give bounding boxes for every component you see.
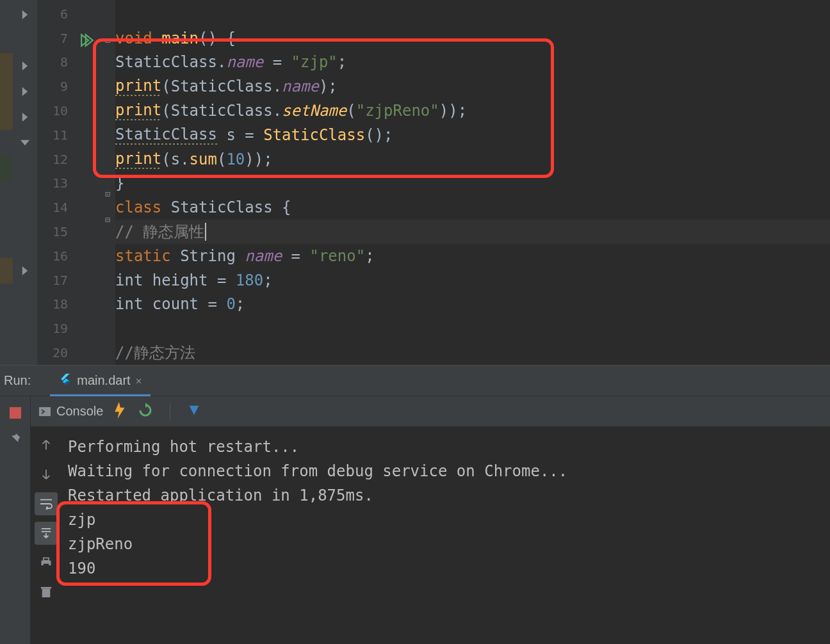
- trash-icon[interactable]: [35, 581, 58, 604]
- run-toolbar: [0, 396, 31, 644]
- comment: // 静态属性: [115, 221, 204, 242]
- run-panel: Run: main.dart ✕ Console: [0, 365, 830, 644]
- run-label: Run:: [0, 373, 37, 388]
- pin-button[interactable]: [5, 428, 26, 449]
- line-number[interactable]: 6: [37, 2, 74, 26]
- class-ref: StaticClass.: [115, 53, 226, 71]
- console-output[interactable]: Performing hot restart... Waiting for co…: [61, 427, 830, 644]
- call: print: [115, 150, 161, 169]
- scroll-to-end-icon[interactable]: [35, 522, 58, 545]
- line-number[interactable]: 9: [37, 74, 74, 99]
- hot-reload-icon[interactable]: [115, 402, 126, 421]
- close-icon[interactable]: ✕: [136, 374, 142, 387]
- line-number[interactable]: 12: [37, 147, 74, 172]
- svg-rect-6: [41, 587, 51, 589]
- soft-wrap-icon[interactable]: [35, 492, 58, 515]
- line-number[interactable]: 15: [37, 220, 74, 244]
- console-line: Restarted application in 1,875ms.: [68, 487, 373, 504]
- console-line: Waiting for connection from debug servic…: [68, 462, 567, 480]
- editor-area: 6 7 8 9 10 11 12 13 14 15 16 17 18 19 20…: [0, 0, 830, 365]
- string-literal: "zjp": [291, 53, 338, 71]
- fold-chevron-right-icon[interactable]: [13, 79, 37, 104]
- outer-fold-strip: [13, 0, 37, 365]
- arrow-down-icon[interactable]: [35, 463, 58, 486]
- stop-button[interactable]: [5, 403, 26, 423]
- console-tab[interactable]: Console: [38, 404, 103, 419]
- arrow-up-icon[interactable]: [35, 433, 58, 456]
- marker-stripe: [0, 0, 13, 365]
- console-header: Console: [31, 396, 830, 427]
- run-entrypoint-icon[interactable]: [74, 28, 100, 53]
- fold-chevron-right-icon[interactable]: [13, 104, 37, 130]
- text-caret: [205, 223, 206, 241]
- code-editor[interactable]: void main() { StaticClass.name = "zjp"; …: [115, 0, 830, 365]
- fold-end-icon[interactable]: ⊡: [100, 181, 115, 207]
- fold-minus-icon[interactable]: ⊟: [100, 207, 115, 232]
- svg-rect-4: [44, 564, 49, 567]
- print-icon[interactable]: [35, 551, 58, 574]
- fold-minus-icon[interactable]: ⊟: [100, 28, 115, 53]
- line-number[interactable]: 10: [37, 99, 74, 123]
- line-number[interactable]: 18: [37, 293, 74, 317]
- run-header: Run: main.dart ✕: [0, 366, 830, 396]
- line-number[interactable]: 13: [37, 172, 74, 196]
- line-number-gutter[interactable]: 6 7 8 9 10 11 12 13 14 15 16 17 18 19 20: [37, 0, 74, 365]
- run-gutter: [74, 0, 100, 365]
- console-line: 190: [68, 559, 95, 577]
- call: print: [115, 101, 161, 120]
- svg-rect-5: [42, 589, 51, 598]
- flutter-icon: [59, 372, 72, 389]
- line-number[interactable]: 11: [37, 123, 74, 147]
- console-line: zjpReno: [68, 535, 133, 553]
- fold-chevron-right-icon[interactable]: [13, 53, 37, 79]
- console-tab-label: Console: [56, 404, 103, 419]
- devtools-icon[interactable]: [187, 403, 201, 420]
- fold-chevron-right-icon[interactable]: [13, 258, 37, 284]
- line-number[interactable]: 19: [37, 316, 74, 341]
- line-number[interactable]: 17: [37, 268, 74, 293]
- function-name: main: [161, 29, 199, 47]
- console-line: Performing hot restart...: [68, 438, 299, 456]
- comment: //静态方法: [115, 342, 195, 363]
- line-number[interactable]: 16: [37, 244, 74, 268]
- line-number[interactable]: 8: [37, 51, 74, 75]
- svg-rect-3: [44, 558, 49, 561]
- svg-rect-0: [10, 407, 21, 419]
- call: print: [115, 77, 161, 96]
- run-tab-label: main.dart: [77, 373, 130, 388]
- inner-fold-strip: ⊟ ⊡ ⊟: [100, 0, 115, 365]
- punct: () {: [199, 29, 236, 47]
- line-number[interactable]: 20: [37, 341, 74, 365]
- keyword: void: [115, 29, 152, 47]
- run-tab[interactable]: main.dart ✕: [50, 366, 151, 396]
- hot-restart-icon[interactable]: [138, 403, 153, 421]
- fold-chevron-right-icon[interactable]: [13, 2, 37, 28]
- console-line: zjp: [68, 511, 95, 529]
- console-side-toolbar: [31, 427, 61, 644]
- fold-chevron-down-icon[interactable]: [13, 130, 37, 156]
- field: name: [226, 53, 263, 71]
- line-number[interactable]: 14: [37, 195, 74, 220]
- line-number[interactable]: 7: [37, 26, 74, 51]
